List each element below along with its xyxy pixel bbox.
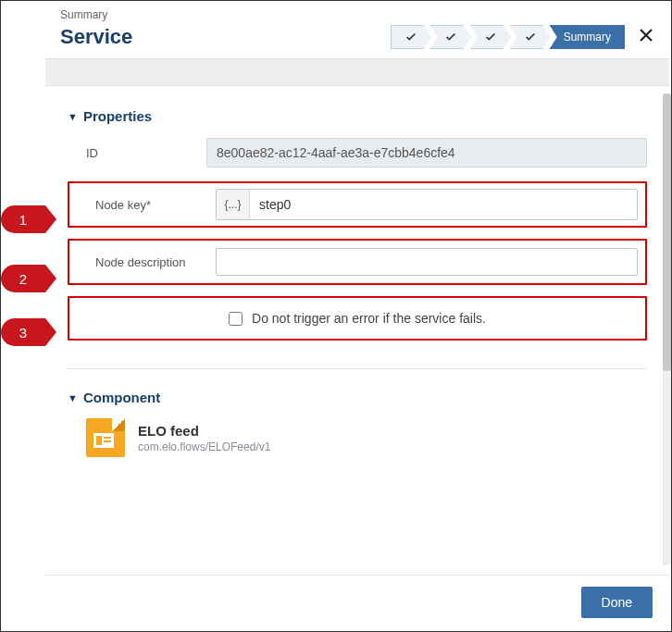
page-title: Service: [60, 25, 132, 49]
highlight-error-option: Do not trigger an error if the service f…: [68, 296, 647, 341]
wizard-step-summary[interactable]: Summary: [550, 25, 625, 49]
content-scroll: ▼ Properties ID 8e00ae82-ac12-4aaf-ae3a-…: [45, 86, 669, 575]
callout-badge: 1: [1, 205, 45, 233]
check-icon: [524, 31, 537, 43]
component-item: ELO feed com.elo.flows/ELOFeed/v1: [68, 418, 647, 457]
wizard-step-3[interactable]: [470, 25, 511, 49]
callout-badge: 2: [1, 265, 45, 292]
panel-header: Service Summary: [45, 23, 669, 58]
callout-2: 2: [1, 263, 51, 294]
check-icon: [404, 31, 417, 43]
service-summary-panel: Summary Service Summary: [45, 3, 669, 629]
node-key-row: Node key* {...}: [77, 189, 638, 220]
component-text: ELO feed com.elo.flows/ELOFeed/v1: [138, 423, 270, 453]
component-name: ELO feed: [138, 423, 270, 439]
node-key-label: Node key*: [77, 198, 216, 212]
id-label: ID: [68, 146, 206, 160]
node-description-row: Node description: [77, 246, 638, 278]
breadcrumb: Summary: [45, 3, 669, 23]
node-key-input[interactable]: [250, 190, 637, 219]
node-description-input[interactable]: [216, 248, 638, 276]
id-row: ID 8e00ae82-ac12-4aaf-ae3a-e7cbb4e6cfe4: [68, 137, 647, 168]
highlight-node-key: Node key* {...}: [68, 181, 647, 228]
check-icon: [444, 31, 457, 43]
callout-3: 3: [1, 316, 51, 348]
component-section-title: Component: [83, 390, 160, 405]
done-button[interactable]: Done: [581, 587, 653, 618]
node-description-label: Node description: [77, 255, 216, 269]
feed-icon: [86, 418, 125, 457]
id-value: 8e00ae82-ac12-4aaf-ae3a-e7cbb4e6cfe4: [206, 138, 647, 167]
wizard-step-2[interactable]: [430, 25, 471, 49]
properties-section-toggle[interactable]: ▼ Properties: [68, 108, 647, 124]
component-section-toggle[interactable]: ▼ Component: [68, 390, 647, 405]
close-button[interactable]: [638, 27, 654, 47]
wizard-steps: Summary: [392, 25, 625, 49]
section-divider: [68, 368, 647, 369]
panel-footer: Done: [45, 575, 669, 629]
wizard-step-1[interactable]: [391, 25, 431, 49]
scrollbar-thumb[interactable]: [663, 93, 671, 371]
properties-section-title: Properties: [83, 108, 152, 124]
node-key-input-group: {...}: [216, 189, 638, 220]
suppress-error-label[interactable]: Do not trigger an error if the service f…: [252, 311, 486, 326]
wizard-step-4[interactable]: [510, 25, 551, 49]
component-path: com.elo.flows/ELOFeed/v1: [138, 440, 270, 453]
chevron-down-icon: ▼: [68, 111, 78, 122]
callout-badge: 3: [1, 318, 45, 346]
expression-button[interactable]: {...}: [217, 190, 250, 219]
toolbar-ribbon: [45, 58, 669, 86]
highlight-node-description: Node description: [68, 239, 647, 285]
close-icon: [638, 27, 654, 43]
suppress-error-checkbox[interactable]: [229, 312, 243, 326]
callout-1: 1: [1, 204, 51, 235]
chevron-down-icon: ▼: [68, 392, 78, 403]
check-icon: [484, 31, 497, 43]
error-checkbox-row: Do not trigger an error if the service f…: [77, 304, 638, 333]
